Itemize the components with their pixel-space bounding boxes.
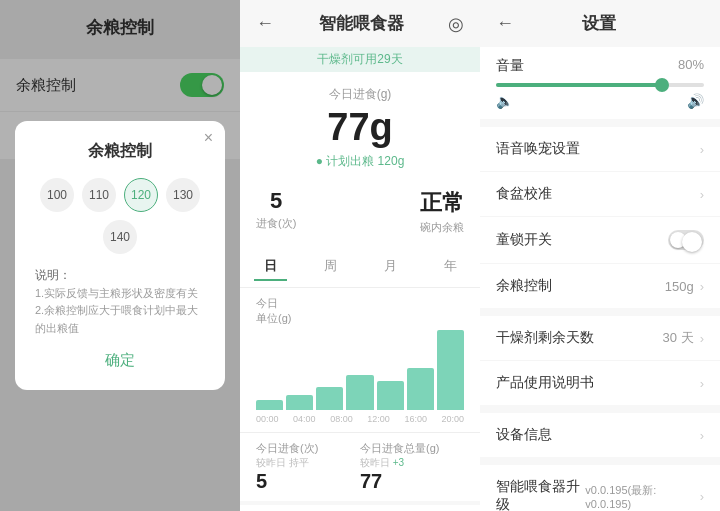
- chart-label: 今日单位(g): [256, 296, 464, 326]
- sr-label-calibrate: 食盆校准: [496, 185, 552, 203]
- settings-row-calibrate[interactable]: 食盆校准 ›: [480, 172, 720, 217]
- volume-header: 音量 80%: [496, 57, 704, 75]
- modal-option-110[interactable]: 110: [82, 178, 116, 212]
- today-summary: 今日进食(次) 较昨日 持平 5 今日进食总量(g) 较昨日 +3 77: [240, 432, 480, 501]
- volume-icons: 🔈 🔊: [496, 93, 704, 109]
- modal-option-100[interactable]: 100: [40, 178, 74, 212]
- ts-meta-times: 较昨日 持平: [256, 456, 360, 470]
- settings-row-voice[interactable]: 语音唤宠设置 ›: [480, 127, 720, 172]
- modal-desc-title: 说明：: [35, 266, 205, 285]
- chevron-voice-icon: ›: [700, 142, 704, 157]
- settings-row-yuliangkongzhi[interactable]: 余粮控制 150g ›: [480, 264, 720, 308]
- ts-block-amount: 今日进食总量(g) 较昨日 +3 77: [360, 441, 464, 493]
- volume-pct: 80%: [678, 57, 704, 75]
- chart-bar-2: [286, 395, 313, 410]
- modal-confirm-button[interactable]: 确定: [35, 351, 205, 370]
- chart-bar-7: [437, 330, 464, 410]
- chart-time-6: 20:00: [441, 414, 464, 424]
- volume-label: 音量: [496, 57, 524, 75]
- food-today-plan: ● 计划出粮 120g: [256, 153, 464, 170]
- childlock-toggle[interactable]: [668, 230, 704, 250]
- sr-label-yuliangkongzhi: 余粮控制: [496, 277, 552, 295]
- volume-slider-thumb[interactable]: [655, 78, 669, 92]
- sr-label-voice: 语音唤宠设置: [496, 140, 580, 158]
- panel-middle-back-button[interactable]: ←: [256, 13, 274, 34]
- yuliangkongzhi-modal: × 余粮控制 100 110 120 130 140 说明： 1.实际反馈与主粮…: [15, 121, 225, 391]
- settings-group-2: 干燥剂剩余天数 30 天 › 产品使用说明书 ›: [480, 316, 720, 405]
- food-stat-label-times: 进食(次): [256, 216, 296, 231]
- food-stat-num-bowl: 正常: [420, 188, 464, 218]
- modal-option-120[interactable]: 120: [124, 178, 158, 212]
- settings-row-drying[interactable]: 干燥剂剩余天数 30 天 ›: [480, 316, 720, 361]
- modal-close-button[interactable]: ×: [204, 129, 213, 147]
- settings-group-3: 设备信息 ›: [480, 413, 720, 457]
- ts-block-times: 今日进食(次) 较昨日 持平 5: [256, 441, 360, 493]
- panel-middle-title: 智能喂食器: [319, 12, 404, 35]
- ts-value-times: 5: [256, 470, 360, 493]
- chart-tabs: 日 周 月 年: [240, 247, 480, 288]
- sr-label-childlock: 童锁开关: [496, 231, 552, 249]
- modal-title: 余粮控制: [35, 141, 205, 162]
- panel-middle-header: ← 智能喂食器 ◎: [240, 0, 480, 47]
- chart-area: 今日单位(g) 00:00 04:00 08:00 12:00 16:00 20…: [240, 288, 480, 432]
- settings-group-4: 智能喂食器升级 v0.0.195(最新: v0.0.195) › 恢复出厂设置 …: [480, 465, 720, 511]
- settings-row-devinfo[interactable]: 设备信息 ›: [480, 413, 720, 457]
- chevron-calibrate-icon: ›: [700, 187, 704, 202]
- sr-label-upgrade: 智能喂食器升级: [496, 478, 585, 511]
- ts-title-amount: 今日进食总量(g): [360, 441, 464, 456]
- food-stat-bowl: 正常 碗内余粮: [420, 188, 464, 235]
- chart-time-5: 16:00: [404, 414, 427, 424]
- chart-bar-3: [316, 387, 343, 409]
- settings-group-volume: 音量 80% 🔈 🔊: [480, 47, 720, 119]
- panel-right-back-button[interactable]: ←: [496, 13, 514, 34]
- chart-bars: [256, 330, 464, 410]
- chevron-manual-icon: ›: [700, 376, 704, 391]
- sr-right-childlock: [668, 230, 704, 250]
- tab-month[interactable]: 月: [374, 253, 407, 281]
- settings-content: 音量 80% 🔈 🔊 语音唤宠设置 ›: [480, 47, 720, 511]
- ts-meta-amount: 较昨日 +3: [360, 456, 464, 470]
- panel-left: 余粮控制 余粮控制 余粮控制值 150g › × 余粮控制 100 110 12…: [0, 0, 240, 511]
- sr-right-manual: ›: [700, 376, 704, 391]
- sr-right-devinfo: ›: [700, 428, 704, 443]
- settings-row-manual[interactable]: 产品使用说明书 ›: [480, 361, 720, 405]
- volume-minus-icon[interactable]: 🔈: [496, 93, 513, 109]
- sr-right-drying: 30 天 ›: [663, 329, 704, 347]
- volume-slider[interactable]: [496, 83, 704, 87]
- sr-label-devinfo: 设备信息: [496, 426, 552, 444]
- tab-year[interactable]: 年: [434, 253, 467, 281]
- settings-row-childlock[interactable]: 童锁开关: [480, 217, 720, 264]
- tab-week[interactable]: 周: [314, 253, 347, 281]
- chart-bar-6: [407, 368, 434, 410]
- sr-value-drying: 30 天: [663, 329, 694, 347]
- target-icon[interactable]: ◎: [448, 13, 464, 35]
- sr-value-upgrade: v0.0.195(最新: v0.0.195): [585, 483, 693, 510]
- food-stat-times: 5 进食(次): [256, 188, 296, 235]
- volume-plus-icon[interactable]: 🔊: [687, 93, 704, 109]
- sr-label-drying: 干燥剂剩余天数: [496, 329, 594, 347]
- sr-label-manual: 产品使用说明书: [496, 374, 594, 392]
- chart-bar-4: [346, 375, 373, 409]
- chart-times: 00:00 04:00 08:00 12:00 16:00 20:00: [256, 414, 464, 424]
- chevron-drying-icon: ›: [700, 331, 704, 346]
- modal-overlay[interactable]: × 余粮控制 100 110 120 130 140 说明： 1.实际反馈与主粮…: [0, 0, 240, 511]
- food-today-label: 今日进食(g): [256, 86, 464, 103]
- work-record-header[interactable]: 工作记录 ›: [240, 505, 480, 511]
- panel-right: ← 设置 音量 80% 🔈 🔊: [480, 0, 720, 511]
- modal-option-140[interactable]: 140: [103, 220, 137, 254]
- chart-bar-1: [256, 400, 283, 410]
- food-stats: 5 进食(次) 正常 碗内余粮: [240, 180, 480, 247]
- settings-row-upgrade[interactable]: 智能喂食器升级 v0.0.195(最新: v0.0.195) ›: [480, 465, 720, 511]
- modal-option-130[interactable]: 130: [166, 178, 200, 212]
- food-stat-label-bowl: 碗内余粮: [420, 220, 464, 235]
- modal-desc-line1: 1.实际反馈与主粮形状及密度有关: [35, 285, 205, 303]
- tab-day[interactable]: 日: [254, 253, 287, 281]
- chart-time-3: 08:00: [330, 414, 353, 424]
- sr-right-upgrade: v0.0.195(最新: v0.0.195) ›: [585, 483, 704, 510]
- chart-time-4: 12:00: [367, 414, 390, 424]
- panel-right-title: 设置: [582, 12, 616, 35]
- volume-row: 音量 80% 🔈 🔊: [480, 47, 720, 119]
- food-stat-num-times: 5: [256, 188, 296, 214]
- settings-group-1: 语音唤宠设置 › 食盆校准 › 童锁开关 余粮控制: [480, 127, 720, 308]
- chart-bar-5: [377, 381, 404, 410]
